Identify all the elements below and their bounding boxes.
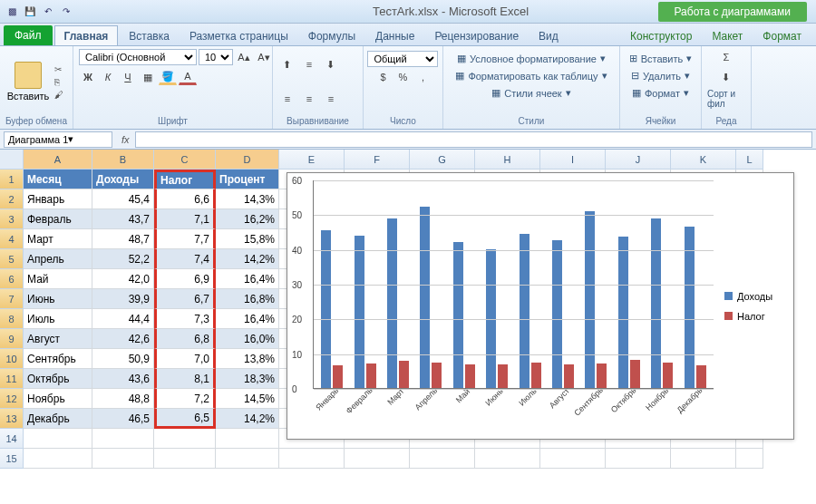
row-header-3[interactable]: 3 xyxy=(0,209,24,229)
row-header-13[interactable]: 13 xyxy=(0,409,24,429)
cell-A6[interactable]: Май xyxy=(24,269,92,289)
cell-D6[interactable]: 16,4% xyxy=(216,269,279,289)
number-format-select[interactable]: Общий xyxy=(367,51,438,67)
cell-D4[interactable]: 15,8% xyxy=(216,229,279,249)
col-header-G[interactable]: G xyxy=(410,150,475,170)
bold-icon[interactable]: Ж xyxy=(79,69,97,85)
conditional-formatting-button[interactable]: ▦Условное форматирование ▾ xyxy=(452,51,611,66)
font-color-icon[interactable]: A xyxy=(179,69,197,85)
tab-formulas[interactable]: Формулы xyxy=(299,26,364,45)
undo-icon[interactable]: ↶ xyxy=(40,4,56,20)
tab-insert[interactable]: Вставка xyxy=(120,26,179,45)
cell-D7[interactable]: 16,8% xyxy=(216,289,279,309)
cell-A11[interactable]: Октябрь xyxy=(24,369,92,389)
border-icon[interactable]: ▦ xyxy=(139,69,157,85)
cell-C9[interactable]: 6,8 xyxy=(154,329,216,349)
cell-A3[interactable]: Февраль xyxy=(24,209,92,229)
cell-C10[interactable]: 7,0 xyxy=(154,349,216,369)
tab-page-layout[interactable]: Разметка страницы xyxy=(180,26,297,45)
row-header-8[interactable]: 8 xyxy=(0,309,24,329)
align-center-icon[interactable]: ≡ xyxy=(300,91,318,107)
decrease-font-icon[interactable]: A▾ xyxy=(255,49,273,65)
row-header-5[interactable]: 5 xyxy=(0,249,24,269)
cell-C4[interactable]: 7,7 xyxy=(154,229,216,249)
autosum-icon[interactable]: Σ xyxy=(717,49,735,65)
cell-B9[interactable]: 42,6 xyxy=(92,329,154,349)
cell-C1[interactable]: Налог xyxy=(154,170,216,189)
tab-layout-chart[interactable]: Макет xyxy=(703,26,752,45)
row-header-7[interactable]: 7 xyxy=(0,289,24,309)
cell-C5[interactable]: 7,4 xyxy=(154,249,216,269)
select-all-corner[interactable] xyxy=(0,150,24,170)
cell-C3[interactable]: 7,1 xyxy=(154,209,216,229)
cell-C12[interactable]: 7,2 xyxy=(154,389,216,409)
row-header-11[interactable]: 11 xyxy=(0,369,24,389)
row-header-14[interactable]: 14 xyxy=(0,429,24,449)
cell-B14[interactable] xyxy=(92,429,154,449)
row-header-6[interactable]: 6 xyxy=(0,269,24,289)
cell-A8[interactable]: Июль xyxy=(24,309,92,329)
col-header-D[interactable]: D xyxy=(216,150,279,170)
cell-D12[interactable]: 14,5% xyxy=(216,389,279,409)
cell-D10[interactable]: 13,8% xyxy=(216,349,279,369)
cut-icon[interactable]: ✂ xyxy=(54,64,63,74)
cell-D8[interactable]: 16,4% xyxy=(216,309,279,329)
cell-B7[interactable]: 39,9 xyxy=(92,289,154,309)
tab-data[interactable]: Данные xyxy=(366,26,423,45)
col-header-L[interactable]: L xyxy=(736,150,763,170)
cell-B4[interactable]: 48,7 xyxy=(92,229,154,249)
align-right-icon[interactable]: ≡ xyxy=(322,91,340,107)
cell-G15[interactable] xyxy=(410,449,475,469)
cell-C15[interactable] xyxy=(154,449,216,469)
col-header-F[interactable]: F xyxy=(345,150,410,170)
cell-B8[interactable]: 44,4 xyxy=(92,309,154,329)
row-header-10[interactable]: 10 xyxy=(0,349,24,369)
name-box[interactable]: Диаграмма 1 ▾ xyxy=(4,131,112,148)
redo-icon[interactable]: ↷ xyxy=(58,4,74,20)
align-left-icon[interactable]: ≡ xyxy=(278,91,296,107)
row-header-1[interactable]: 1 xyxy=(0,170,24,189)
cell-A7[interactable]: Июнь xyxy=(24,289,92,309)
fill-color-icon[interactable]: 🪣 xyxy=(159,69,177,85)
copy-icon[interactable]: ⎘ xyxy=(54,77,63,87)
cell-D9[interactable]: 16,0% xyxy=(216,329,279,349)
cell-D14[interactable] xyxy=(216,429,279,449)
cell-A15[interactable] xyxy=(24,449,92,469)
col-header-K[interactable]: K xyxy=(671,150,736,170)
cell-D5[interactable]: 14,2% xyxy=(216,249,279,269)
cell-B6[interactable]: 42,0 xyxy=(92,269,154,289)
row-header-2[interactable]: 2 xyxy=(0,189,24,209)
format-as-table-button[interactable]: ▦Форматировать как таблицу ▾ xyxy=(450,68,612,83)
cell-A14[interactable] xyxy=(24,429,92,449)
cell-L15[interactable] xyxy=(736,449,763,469)
cell-C14[interactable] xyxy=(154,429,216,449)
format-painter-icon[interactable]: 🖌 xyxy=(54,90,63,100)
currency-icon[interactable]: $ xyxy=(374,69,392,85)
format-cells-button[interactable]: ▦ Формат ▾ xyxy=(627,85,695,101)
cell-C7[interactable]: 6,7 xyxy=(154,289,216,309)
cell-F15[interactable] xyxy=(345,449,410,469)
cell-A12[interactable]: Ноябрь xyxy=(24,389,92,409)
comma-icon[interactable]: , xyxy=(413,69,432,85)
row-header-12[interactable]: 12 xyxy=(0,389,24,409)
cell-B11[interactable]: 43,6 xyxy=(92,369,154,389)
tab-review[interactable]: Рецензирование xyxy=(425,26,528,45)
cell-B13[interactable]: 46,5 xyxy=(92,409,154,429)
cell-H15[interactable] xyxy=(475,449,540,469)
tab-view[interactable]: Вид xyxy=(529,26,568,45)
paste-button[interactable]: Вставить xyxy=(5,62,51,102)
align-bot-icon[interactable]: ⬇ xyxy=(322,56,340,73)
col-header-B[interactable]: B xyxy=(92,150,154,170)
insert-cells-button[interactable]: ⊞ Вставить ▾ xyxy=(624,51,698,66)
font-name-select[interactable]: Calibri (Основной xyxy=(79,49,197,65)
percent-icon[interactable]: % xyxy=(393,69,412,85)
save-icon[interactable]: 💾 xyxy=(22,4,38,20)
cell-A4[interactable]: Март xyxy=(24,229,92,249)
cell-D1[interactable]: Процент xyxy=(216,170,279,189)
align-mid-icon[interactable]: ≡ xyxy=(300,56,318,73)
cell-B3[interactable]: 43,7 xyxy=(92,209,154,229)
cell-E15[interactable] xyxy=(279,449,345,469)
tab-format-chart[interactable]: Формат xyxy=(753,26,811,45)
cell-D13[interactable]: 14,2% xyxy=(216,409,279,429)
cell-B10[interactable]: 50,9 xyxy=(92,349,154,369)
